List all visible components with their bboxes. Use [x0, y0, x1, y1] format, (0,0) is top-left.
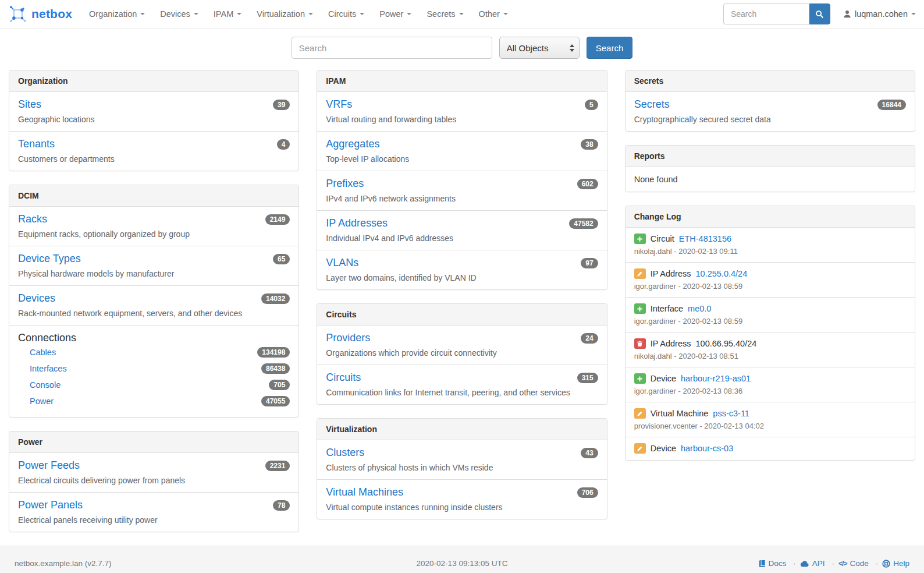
- nav-item-virtualization[interactable]: Virtualization: [249, 0, 321, 28]
- nav-item-power[interactable]: Power: [372, 0, 419, 28]
- power-feeds-link[interactable]: Power Feeds: [18, 459, 80, 472]
- count-badge: 39: [273, 100, 290, 110]
- navbar-search-input[interactable]: [723, 3, 809, 24]
- panel-virtualization: Virtualization Clusters 43 Clusters of p…: [317, 418, 607, 519]
- item-description: Organizations which provide circuit conn…: [326, 348, 598, 358]
- changelog-object-type: Device: [651, 374, 676, 383]
- circuits-link[interactable]: Circuits: [326, 372, 361, 384]
- docs-link[interactable]: Docs: [758, 559, 800, 568]
- virtual-machines-link[interactable]: Virtual Machines: [326, 486, 403, 498]
- dashboard: Organization Sites 39 Geographic locatio…: [0, 70, 924, 546]
- footer: netbox.example.lan (v2.7.7) 2020-02-13 0…: [0, 546, 924, 573]
- count-badge: 2231: [265, 461, 290, 471]
- secrets-link[interactable]: Secrets: [634, 98, 670, 111]
- list-item: Tenants 4 Customers or departments: [9, 132, 298, 171]
- cables-link[interactable]: Cables: [30, 348, 56, 357]
- changelog-object-type: IP Address: [651, 269, 691, 278]
- search-icon: [815, 10, 824, 19]
- chevron-down-icon: [237, 13, 241, 15]
- count-badge: 4: [277, 139, 290, 150]
- navbar-right: luqman.cohen: [723, 3, 916, 24]
- count-badge: 78: [273, 500, 290, 511]
- panel-heading: Virtualization: [317, 419, 606, 440]
- nav-item-circuits[interactable]: Circuits: [321, 0, 372, 28]
- changelog-object-link[interactable]: ETH-4813156: [679, 234, 731, 243]
- vlans-link[interactable]: VLANs: [326, 257, 358, 269]
- global-search-input[interactable]: [292, 37, 492, 59]
- power-panels-link[interactable]: Power Panels: [18, 499, 83, 511]
- changelog-object-link[interactable]: harbour-r219-as01: [681, 374, 751, 383]
- devices-link[interactable]: Devices: [18, 292, 55, 305]
- nav-label: Secrets: [427, 9, 455, 19]
- interfaces-link[interactable]: Interfaces: [30, 364, 67, 373]
- changelog-entry: Circuit ETH-4813156 nikolaj.dahl - 2020-…: [626, 228, 915, 263]
- user-menu[interactable]: luqman.cohen: [843, 9, 916, 19]
- clusters-link[interactable]: Clusters: [326, 447, 364, 459]
- console-link[interactable]: Console: [30, 380, 61, 390]
- nav-item-ipam[interactable]: IPAM: [206, 0, 249, 28]
- changelog-entry: Device harbour-cs-03: [626, 437, 915, 460]
- navbar: netbox Organization Devices IPAM Virtual…: [0, 0, 924, 29]
- providers-link[interactable]: Providers: [326, 332, 370, 344]
- count-badge: 47055: [261, 396, 290, 406]
- tenants-link[interactable]: Tenants: [18, 138, 55, 150]
- api-link[interactable]: API: [800, 559, 838, 568]
- nav-item-organization[interactable]: Organization: [81, 0, 152, 28]
- count-badge: 5: [585, 100, 598, 110]
- vrfs-link[interactable]: VRFs: [326, 98, 352, 111]
- created-icon: [634, 303, 646, 314]
- changelog-meta: igor.gardiner - 2020-02-13 08:59: [634, 282, 906, 291]
- navbar-search-button[interactable]: [809, 3, 830, 24]
- created-icon: [634, 234, 646, 244]
- aggregates-link[interactable]: Aggregates: [326, 138, 379, 150]
- device-types-link[interactable]: Device Types: [18, 253, 81, 265]
- item-description: IPv4 and IPv6 network assignments: [326, 194, 598, 203]
- nav-label: Virtualization: [257, 9, 305, 19]
- changelog-entry: Interface me0.0 igor.gardiner - 2020-02-…: [626, 298, 915, 333]
- footer-host: netbox.example.lan (v2.7.7): [15, 559, 313, 568]
- power-link[interactable]: Power: [30, 397, 54, 406]
- list-item: Circuits 315 Communication links for Int…: [317, 365, 606, 404]
- changelog-object-link[interactable]: 10.255.0.4/24: [696, 269, 748, 278]
- list-item: Sites 39 Geographic locations: [9, 92, 298, 132]
- footer-timestamp: 2020-02-13 09:13:05 UTC: [313, 559, 612, 568]
- updated-icon: [634, 408, 646, 419]
- panel-heading: Circuits: [317, 304, 606, 326]
- changelog-meta: nikolaj.dahl - 2020-02-13 09:11: [634, 247, 906, 256]
- changelog-entry: IP Address 10.255.0.4/24 igor.gardiner -…: [626, 263, 915, 298]
- chevron-down-icon: [308, 13, 313, 15]
- count-badge: 47582: [569, 218, 598, 229]
- changelog-object-link[interactable]: pss-c3-11: [713, 409, 749, 418]
- footer-link-label: Help: [893, 559, 909, 568]
- panel-heading: Reports: [626, 146, 915, 167]
- count-badge: 602: [577, 179, 598, 189]
- changelog-entry: Virtual Machine pss-c3-11 provisioner.vc…: [626, 402, 915, 437]
- cloud-icon: [800, 560, 809, 567]
- nav-item-secrets[interactable]: Secrets: [419, 0, 471, 28]
- code-link[interactable]: </> Code: [838, 559, 882, 568]
- ip-addresses-link[interactable]: IP Addresses: [326, 217, 388, 229]
- created-icon: [634, 373, 646, 384]
- changelog-object-link[interactable]: harbour-cs-03: [681, 444, 733, 453]
- netbox-brand[interactable]: netbox: [8, 5, 72, 24]
- search-scope-select[interactable]: All Objects: [499, 37, 580, 59]
- panel-heading: IPAM: [317, 70, 606, 92]
- prefixes-link[interactable]: Prefixes: [326, 178, 364, 190]
- panel-secrets: Secrets Secrets 16844 Cryptographically …: [625, 70, 915, 132]
- sites-link[interactable]: Sites: [18, 98, 41, 111]
- changelog-object-type: Interface: [651, 304, 683, 313]
- nav-item-other[interactable]: Other: [471, 0, 516, 28]
- chevron-down-icon: [194, 13, 198, 15]
- nav-item-devices[interactable]: Devices: [152, 0, 206, 28]
- global-search-button[interactable]: Search: [587, 37, 633, 59]
- panel-heading: DCIM: [9, 185, 298, 207]
- changelog-entry: Device harbour-r219-as01 igor.gardiner -…: [626, 367, 915, 402]
- panel-circuits: Circuits Providers 24 Organizations whic…: [317, 303, 607, 405]
- list-item: Providers 24 Organizations which provide…: [317, 326, 606, 365]
- connection-row: Console 705: [18, 377, 290, 393]
- racks-link[interactable]: Racks: [18, 213, 47, 225]
- help-link[interactable]: Help: [882, 559, 909, 568]
- count-badge: 65: [273, 254, 290, 264]
- changelog-object-link[interactable]: me0.0: [688, 304, 711, 313]
- changelog-meta: provisioner.vcenter - 2020-02-13 04:02: [634, 422, 906, 430]
